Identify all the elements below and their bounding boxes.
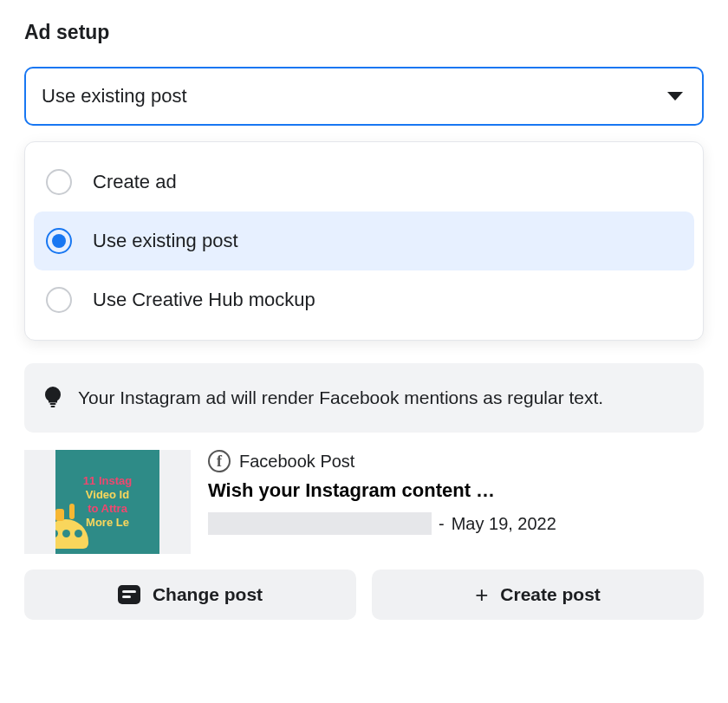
ad-setup-dropdown[interactable]: Use existing post xyxy=(24,67,704,126)
option-use-creative-hub[interactable]: Use Creative Hub mockup xyxy=(34,270,694,329)
option-use-existing-post[interactable]: Use existing post xyxy=(34,212,694,270)
option-label: Create ad xyxy=(93,171,177,193)
radio-icon xyxy=(46,287,72,313)
post-date-prefix: - xyxy=(439,514,445,534)
radio-selected-icon xyxy=(46,228,72,254)
change-post-button[interactable]: Change post xyxy=(24,570,356,620)
svg-rect-1 xyxy=(51,406,55,407)
option-label: Use existing post xyxy=(93,230,238,252)
ad-setup-section: Ad setup Use existing post Create ad Use… xyxy=(0,0,728,620)
post-title: Wish your Instagram content … xyxy=(208,479,704,502)
caret-down-icon xyxy=(667,92,683,101)
radio-icon xyxy=(46,169,72,195)
create-post-button[interactable]: + Create post xyxy=(372,570,704,620)
post-thumbnail: 11 Instag Video Id to Attra More Le xyxy=(24,450,191,554)
notice-text: Your Instagram ad will render Facebook m… xyxy=(78,384,603,412)
section-title: Ad setup xyxy=(24,21,704,44)
dropdown-menu: Create ad Use existing post Use Creative… xyxy=(24,141,704,341)
platform-label: Facebook Post xyxy=(239,452,354,472)
facebook-icon: f xyxy=(208,450,231,472)
option-create-ad[interactable]: Create ad xyxy=(34,153,694,212)
button-label: Create post xyxy=(500,584,601,605)
plus-icon: + xyxy=(475,583,488,606)
dropdown-selected-value: Use existing post xyxy=(42,85,187,107)
post-actions: Change post + Create post xyxy=(24,570,704,620)
post-date: May 19, 2022 xyxy=(452,514,556,534)
svg-rect-0 xyxy=(50,403,56,405)
redacted-author xyxy=(208,512,432,535)
button-label: Change post xyxy=(153,584,263,605)
post-icon xyxy=(118,585,140,604)
post-platform: f Facebook Post xyxy=(208,450,704,472)
option-label: Use Creative Hub mockup xyxy=(93,289,315,311)
selected-post-preview: 11 Instag Video Id to Attra More Le f Fa… xyxy=(24,450,704,554)
lightbulb-icon xyxy=(43,386,62,412)
post-meta-line: - May 19, 2022 xyxy=(208,512,704,535)
info-notice: Your Instagram ad will render Facebook m… xyxy=(24,363,704,433)
